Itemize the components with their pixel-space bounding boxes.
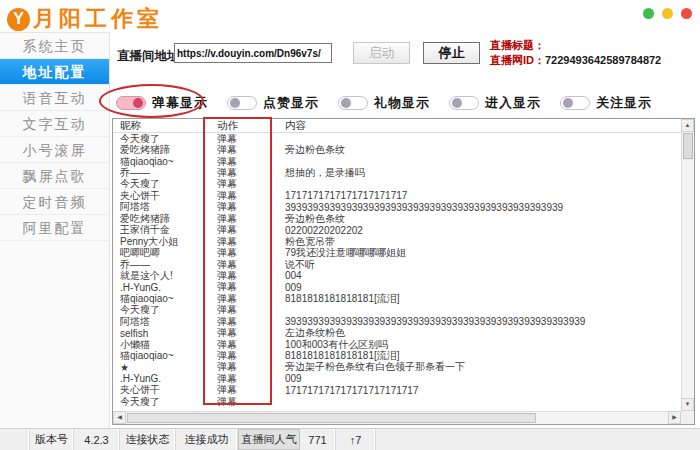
live-title-label: 直播标题： [490,39,545,51]
vertical-scrollbar[interactable]: ▲ ▼ [681,119,694,411]
toggle-label: 关注显示 [596,94,652,112]
connection-status-value: 连接成功 [176,429,238,450]
version-label: 版本号 [30,429,74,450]
toggle-group: 弹幕显示 [116,94,208,112]
cell-content: 1717171717171717171717 [278,190,681,201]
col-nickname: 昵称 [113,119,210,133]
chat-log-table: 昵称 动作 内容 今天瘦了弹幕爱吃烤猪蹄弹幕旁边粉色条纹猫qiaoqiao~弹幕… [112,118,695,425]
room-address-input[interactable] [174,43,332,63]
table-header: 昵称 动作 内容 [113,119,681,133]
popularity-value: 771 [300,429,336,450]
live-info: 直播标题： 直播网ID：7229493642589784872 [490,38,661,68]
toggle-row: 弹幕显示点赞显示礼物显示进入显示关注显示 [110,88,700,118]
sidebar-item[interactable]: 飘屏点歌 [0,163,109,189]
toggle-knob-icon [230,98,240,108]
toggle-knob-icon [341,98,351,108]
traffic-light-red-icon[interactable] [681,8,692,19]
cell-content: 004 [278,270,681,281]
sidebar: 系统主页地址配置语音互动文字互动小号滚屏飘屏点歌定时音频阿里配置 [0,32,110,428]
popularity-trend: ↑7 [336,429,376,450]
cell-content: 171717171717171717171717 [278,385,681,396]
scroll-up-icon[interactable]: ▲ [681,119,694,132]
cell-content: 旁边粉色条纹 [278,212,681,226]
cell-content: 旁边粉色条纹 [278,143,681,157]
popularity-label: 直播间人气 [238,429,300,450]
scroll-left-icon[interactable]: ◀ [113,411,126,424]
toggle-switch[interactable] [449,96,479,110]
cell-action: 弹幕 [210,395,278,409]
cell-content: 8181818181818181[流泪] [278,292,681,306]
scroll-down-icon[interactable]: ▼ [681,398,694,411]
cell-nickname: 猫qiaoqiao~ [113,349,210,363]
cell-nickname: ★ [113,362,210,373]
sidebar-item-active[interactable]: 地址配置 [0,59,109,85]
cell-nickname: 阿塔塔 [113,315,210,329]
toggle-switch[interactable] [560,96,590,110]
cell-content: 旁边架子粉色条纹有白色领子那条看一下 [278,360,681,374]
toggle-label: 弹幕显示 [152,94,208,112]
toggle-group: 点赞显示 [227,94,319,112]
app-window: Y 月阳工作室 系统主页地址配置语音互动文字互动小号滚屏飘屏点歌定时音频阿里配置… [0,0,700,450]
sidebar-item[interactable]: 系统主页 [0,33,109,59]
start-button[interactable]: 启动 [353,42,410,64]
room-id-label: 直播网ID： [490,54,545,66]
cell-nickname: 就是这个人! [113,269,210,283]
toggle-label: 礼物显示 [374,94,430,112]
window-controls [643,8,692,19]
version-value: 4.2.3 [74,429,120,450]
cell-content: 说不听 [278,258,681,272]
statusbar: 版本号 4.2.3 连接状态 连接成功 直播间人气 771 ↑7 [0,428,700,450]
table-row: ★弹幕旁边架子粉色条纹有白色领子那条看一下 [113,362,681,373]
traffic-light-yellow-icon[interactable] [662,8,673,19]
connection-status-label: 连接状态 [120,429,176,450]
table-row: 今天瘦了弹幕 [113,396,681,407]
col-content: 内容 [278,119,681,133]
horizontal-scrollbar[interactable]: ◀ ▶ [113,411,681,424]
app-logo: Y 月阳工作室 [7,4,163,34]
room-address-label: 直播间地址 [117,48,180,65]
stop-button[interactable]: 停止 [423,42,480,64]
cell-content: 009 [278,373,681,384]
toggle-group: 关注显示 [560,94,652,112]
toggle-group: 礼物显示 [338,94,430,112]
sidebar-item[interactable]: 阿里配置 [0,215,109,241]
toggle-label: 进入显示 [485,94,541,112]
logo-y-icon: Y [7,8,30,31]
titlebar: Y 月阳工作室 [0,0,700,32]
toggle-knob-icon [452,98,462,108]
col-action: 动作 [210,119,278,133]
toggle-knob-icon [563,98,573,108]
sidebar-item[interactable]: 定时音频 [0,189,109,215]
scroll-right-icon[interactable]: ▶ [668,411,681,424]
sidebar-item[interactable]: 小号滚屏 [0,137,109,163]
vertical-scroll-thumb[interactable] [683,133,693,159]
status-spacer [0,429,30,450]
toggle-switch[interactable] [338,96,368,110]
toggle-switch[interactable] [116,96,146,110]
toggle-switch[interactable] [227,96,257,110]
sidebar-item[interactable]: 文字互动 [0,111,109,137]
room-id-value: 7229493642589784872 [545,54,661,66]
app-title: 月阳工作室 [33,4,163,34]
status-fill [376,429,700,450]
cell-content: 想抽的，是录播吗 [278,166,681,180]
toggle-knob-icon [133,98,143,108]
sidebar-item[interactable]: 语音互动 [0,85,109,111]
scrollbar-corner [681,411,694,424]
traffic-light-green-icon[interactable] [643,8,654,19]
cell-nickname: 今天瘦了 [113,395,210,409]
toggle-group: 进入显示 [449,94,541,112]
main-panel: 直播间地址 启动 停止 直播标题： 直播网ID：7229493642589784… [110,32,700,428]
toggle-label: 点赞显示 [263,94,319,112]
table-body: 今天瘦了弹幕爱吃烤猪蹄弹幕旁边粉色条纹猫qiaoqiao~弹幕乔——弹幕想抽的，… [113,133,681,411]
horizontal-scroll-thumb[interactable] [127,413,536,423]
table-row: 就是这个人!弹幕004 [113,270,681,281]
